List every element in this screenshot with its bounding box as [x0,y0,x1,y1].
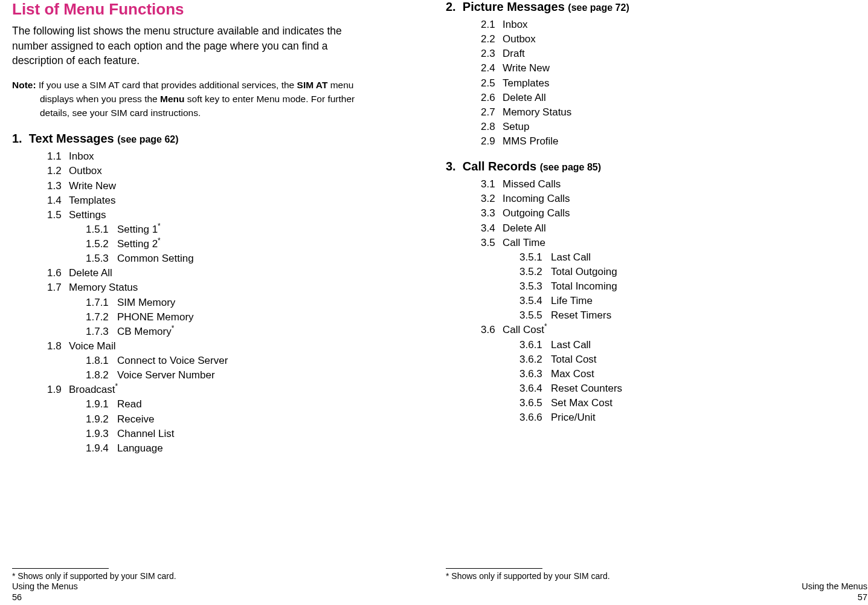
list-subitem: 3.5.5Reset Timers [481,308,855,323]
list-item: 1.7Memory Status [47,280,422,295]
item-label: Incoming Calls [503,193,570,204]
list-subitem: 3.6.5Set Max Cost [481,396,855,410]
list-item: 3.2Incoming Calls [481,192,855,206]
page-56: List of Menu Functions The following lis… [0,0,434,605]
footnote-marker: * [158,236,161,245]
intro-paragraph: The following list shows the menu struct… [12,24,350,68]
list-subitem: 1.5.3Common Setting [47,251,422,266]
item-num: 3.4 [481,221,503,236]
list-item: 1.5Settings [47,208,422,222]
section-page-ref: (see page 62) [117,134,178,144]
item-num: 3.3 [481,206,503,221]
item-label: Settings [69,209,106,221]
list-subitem: 1.9.4Language [47,441,422,456]
footer-page-number: 56 [12,592,78,603]
item-label: Outbox [69,165,102,176]
list-item: 1.2Outbox [47,164,422,178]
item-num: 1.2 [47,164,69,178]
item-label: Templates [69,195,115,206]
item-label: PHONE Memory [117,311,194,323]
list-subitem: 1.5.1Setting 1* [47,222,422,237]
item-num: 2.8 [481,120,503,134]
item-num: 1.7 [47,280,69,295]
item-num: 3.5.1 [519,250,551,265]
footnote-text: * Shows only if supported by your SIM ca… [446,571,610,581]
item-label: Last Call [551,251,591,263]
item-label: Total Cost [551,354,597,365]
item-num: 3.5 [481,236,503,250]
section-1-head: 1. Text Messages (see page 62) [12,132,422,146]
item-num: 2.3 [481,47,503,61]
list-subitem: 3.5.1Last Call [481,250,855,265]
list-item: 1.1Inbox [47,149,422,164]
item-num: 2.7 [481,105,503,120]
footnote-marker: * [544,323,547,331]
item-num: 3.5.5 [519,308,551,323]
item-num: 1.9.3 [86,427,117,441]
item-label: Connect to Voice Server [117,355,228,366]
list-subitem: 1.8.1Connect to Voice Server [47,354,422,368]
item-label: Write New [69,180,116,192]
list-subitem: 3.6.6Price/Unit [481,410,855,425]
list-subitem: 3.6.2Total Cost [481,352,855,367]
item-label: Voice Mail [69,340,115,352]
item-label: Max Cost [551,368,594,380]
item-label: Price/Unit [551,412,596,423]
item-num: 2.9 [481,134,503,149]
item-label: Reset Timers [551,309,611,321]
item-label: Delete All [503,222,546,234]
footer-title: Using the Menus [802,581,867,592]
footnote-text: * Shows only if supported by your SIM ca… [12,571,176,581]
item-num: 1.8 [47,339,69,354]
item-label: Write New [503,62,550,74]
section-page-ref: (see page 72) [568,2,629,13]
section-2-head: 2. Picture Messages (see page 72) [446,0,855,14]
footnote-rule [12,568,109,569]
list-item: 3.4Delete All [481,221,855,236]
item-label: MMS Profile [503,135,559,147]
list-item: 3.6Call Cost* [481,323,855,337]
footer-title: Using the Menus [12,581,78,592]
note-label: Note: [12,80,36,90]
list-item: 3.3Outgoing Calls [481,206,855,221]
list-subitem: 1.8.2Voice Server Number [47,368,422,383]
item-num: 1.5.1 [86,222,117,237]
item-num: 2.5 [481,76,503,91]
section-title: Text Messages [29,132,114,145]
page-footer: Using the Menus 57 [802,581,867,603]
list-item: 2.6Delete All [481,91,855,105]
item-label: Delete All [503,92,546,103]
item-num: 1.7.1 [86,296,117,310]
item-label: Last Call [551,339,591,351]
page-57: 2. Picture Messages (see page 72) 2.1Inb… [434,0,867,605]
item-num: 1.5.2 [86,237,117,251]
footnote-marker: * [172,324,175,332]
item-label: Total Incoming [551,280,617,292]
item-label: Setup [503,121,529,132]
menu-1-list: 1.1Inbox 1.2Outbox 1.3Write New 1.4Templ… [12,149,422,456]
item-num: 2.2 [481,32,503,47]
item-label: Draft [503,48,525,59]
list-item: 1.3Write New [47,179,422,193]
item-label: Outgoing Calls [503,207,570,219]
item-label: Voice Server Number [117,369,215,381]
item-num: 1.7.3 [86,325,117,339]
list-subitem: 1.7.1SIM Memory [47,296,422,310]
item-label: Memory Status [503,106,571,118]
item-label: Broadcast [69,384,115,395]
item-num: 1.1 [47,149,69,164]
item-num: 1.5.3 [86,251,117,266]
item-num: 1.8.2 [86,368,117,383]
item-num: 2.6 [481,91,503,105]
list-subitem: 3.5.3Total Incoming [481,279,855,294]
list-item: 2.8Setup [481,120,855,134]
list-item: 2.2Outbox [481,32,855,47]
item-num: 3.5.4 [519,294,551,308]
item-num: 1.3 [47,179,69,193]
list-subitem: 3.6.1Last Call [481,338,855,352]
item-label: Reset Counters [551,383,622,394]
list-subitem: 1.5.2Setting 2* [47,237,422,251]
item-num: 1.4 [47,193,69,208]
item-label: Inbox [503,19,528,30]
list-item: 2.7Memory Status [481,105,855,120]
